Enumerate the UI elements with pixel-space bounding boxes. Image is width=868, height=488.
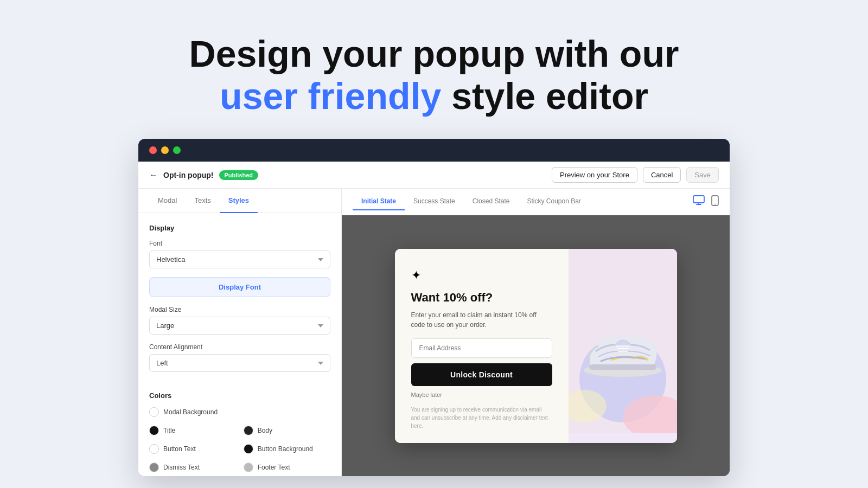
body-color-label: Body <box>258 427 272 434</box>
color-item-button-bg[interactable]: Button Background <box>244 444 330 454</box>
color-row-modal-bg: Modal Background <box>149 407 330 417</box>
colors-section-label: Colors <box>149 391 330 400</box>
modal-size-select[interactable]: Large Small Medium <box>149 317 330 335</box>
browser-titlebar <box>138 139 730 162</box>
preview-tab-sticky[interactable]: Sticky Coupon Bar <box>518 193 589 210</box>
svg-rect-2 <box>693 196 704 203</box>
popup-email-input[interactable] <box>411 338 552 358</box>
color-row-dismiss-footer: Dismiss Text Footer Text <box>149 463 330 472</box>
sidebar-content: Display Font Helvetica Arial Georgia Tim… <box>138 213 341 476</box>
popup-headline: Want 10% off? <box>411 290 552 305</box>
popup-star-icon: ✦ <box>411 268 552 282</box>
svg-point-4 <box>714 203 716 204</box>
mobile-icon[interactable] <box>711 195 719 209</box>
modal-size-label: Modal Size <box>149 306 330 313</box>
app-header: ← Opt-in popup! Published Preview on you… <box>138 162 730 189</box>
font-label: Font <box>149 240 330 247</box>
color-row-title-body: Title Body <box>149 426 330 435</box>
popup-disclaimer: You are signing up to receive communicat… <box>411 406 552 430</box>
preview-toolbar: Initial State Success State Closed State… <box>342 189 730 215</box>
sidebar-tabs: Modal Texts Styles <box>138 189 341 213</box>
published-badge: Published <box>219 170 259 180</box>
colors-section: Colors Modal Background Title <box>149 391 330 476</box>
popup-modal: ✕ ✦ Want 10% off? Enter your email to cl… <box>395 249 677 444</box>
device-icons <box>693 195 719 209</box>
tab-styles[interactable]: Styles <box>220 189 258 213</box>
title-swatch <box>149 426 159 435</box>
display-section-label: Display <box>149 224 330 232</box>
app-title: Opt-in popup! <box>163 171 214 179</box>
popup-left: ✦ Want 10% off? Enter your email to clai… <box>395 249 569 444</box>
app-body: Modal Texts Styles Display Font Helvetic… <box>138 189 730 476</box>
preview-tab-closed[interactable]: Closed State <box>464 193 519 210</box>
button-text-swatch <box>149 444 159 454</box>
color-row-button: Button Text Button Background <box>149 444 330 454</box>
back-button[interactable]: ← <box>149 170 158 180</box>
desktop-icon[interactable] <box>693 195 705 209</box>
hero-section: Design your popup with our user friendly… <box>0 0 868 139</box>
hero-title: Design your popup with our user friendly… <box>11 33 857 117</box>
svg-rect-10 <box>589 364 656 370</box>
popup-subtext: Enter your email to claim an instant 10%… <box>411 310 552 330</box>
color-item-footer-text[interactable]: Footer Text <box>244 463 330 472</box>
save-button[interactable]: Save <box>686 167 719 183</box>
title-color-label: Title <box>163 427 175 434</box>
tab-modal[interactable]: Modal <box>149 189 186 213</box>
preview-tabs: Initial State Success State Closed State… <box>353 193 590 210</box>
preview-tab-initial[interactable]: Initial State <box>353 193 405 210</box>
sidebar: Modal Texts Styles Display Font Helvetic… <box>138 189 342 476</box>
browser-window: ← Opt-in popup! Published Preview on you… <box>138 139 730 476</box>
dismiss-text-label: Dismiss Text <box>163 464 200 471</box>
footer-text-swatch <box>244 463 253 472</box>
button-bg-label: Button Background <box>258 445 313 453</box>
traffic-light-green[interactable] <box>173 146 181 154</box>
font-select[interactable]: Helvetica Arial Georgia Times New Roman <box>149 251 330 268</box>
color-item-title[interactable]: Title <box>149 426 236 435</box>
color-item-body[interactable]: Body <box>244 426 330 435</box>
color-item-button-text[interactable]: Button Text <box>149 444 236 454</box>
button-bg-swatch <box>244 444 253 454</box>
modal-background-swatch <box>149 407 159 417</box>
preview-tab-success[interactable]: Success State <box>405 193 464 210</box>
color-item-modal-background[interactable]: Modal Background <box>149 407 236 417</box>
content-alignment-select[interactable]: Left Center Right <box>149 354 330 372</box>
app-header-left: ← Opt-in popup! Published <box>149 170 258 180</box>
popup-maybe-later[interactable]: Maybe later <box>411 391 552 398</box>
preview-area: Initial State Success State Closed State… <box>342 189 730 476</box>
popup-right-panel <box>569 249 677 444</box>
popup-image-area <box>569 249 677 444</box>
cancel-button[interactable]: Cancel <box>643 167 681 183</box>
color-item-dismiss-text[interactable]: Dismiss Text <box>149 463 236 472</box>
tab-texts[interactable]: Texts <box>186 189 219 213</box>
app-header-right: Preview on your Store Cancel Save <box>552 167 719 183</box>
preview-canvas: ✕ ✦ Want 10% off? Enter your email to cl… <box>342 215 730 476</box>
display-font-note: Display Font <box>149 277 330 297</box>
traffic-light-yellow[interactable] <box>161 146 169 154</box>
traffic-light-red[interactable] <box>149 146 157 154</box>
modal-background-label: Modal Background <box>163 408 218 416</box>
footer-text-label: Footer Text <box>258 464 290 471</box>
content-alignment-label: Content Alignment <box>149 343 330 351</box>
button-text-label: Button Text <box>163 445 196 453</box>
body-swatch <box>244 426 253 435</box>
popup-cta-button[interactable]: Unlock Discount <box>411 363 552 386</box>
preview-button[interactable]: Preview on your Store <box>552 167 637 183</box>
sneaker-image <box>579 319 666 384</box>
dismiss-text-swatch <box>149 463 159 472</box>
